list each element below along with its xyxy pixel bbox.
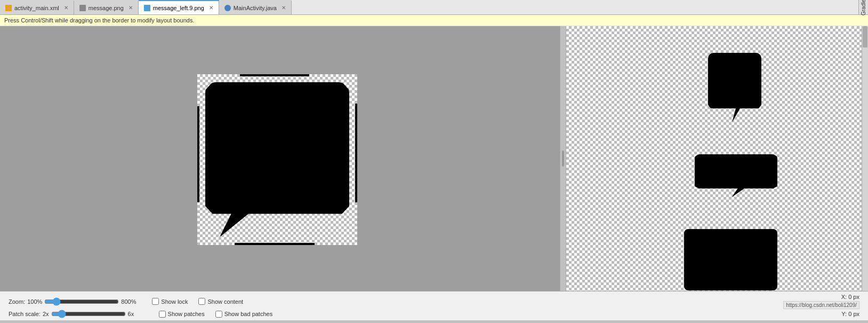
scrollbar-thumb — [863, 26, 867, 48]
tab-message-left-9-png[interactable]: message_left.9.png ✕ — [139, 0, 219, 14]
tab-mainactivity-java[interactable]: MainActivity.java ✕ — [219, 0, 292, 14]
info-bar: Press Control/Shift while dragging on th… — [0, 15, 868, 26]
patch-line-right — [355, 104, 357, 202]
patch-line-top — [240, 74, 309, 76]
show-patches-checkbox-item[interactable]: Show patches — [159, 311, 205, 318]
show-content-checkbox[interactable] — [198, 298, 205, 305]
tab-close-xml[interactable]: ✕ — [64, 5, 68, 11]
toolbar-row-1: Zoom: 100% 800% Show lock Show content X… — [4, 294, 864, 309]
show-lock-checkbox-item[interactable]: Show lock — [152, 298, 188, 305]
patch-scale-max-label: 6x — [128, 311, 144, 317]
tab-activity-main-xml[interactable]: activity_main.xml ✕ — [0, 0, 74, 14]
bottom-toolbar: Zoom: 100% 800% Show lock Show content X… — [0, 291, 868, 320]
show-lock-label: Show lock — [161, 298, 188, 305]
patch-scale-slider-container — [51, 310, 126, 318]
show-content-checkbox-item[interactable]: Show content — [198, 298, 243, 305]
tab-label: activity_main.xml — [14, 5, 59, 11]
info-message: Press Control/Shift while dragging on th… — [4, 17, 194, 23]
ninepatch-wrapper — [197, 74, 357, 245]
zoom-section: Zoom: 100% 800% — [4, 297, 141, 306]
zoom-slider-container — [44, 298, 119, 305]
show-patches-label: Show patches — [168, 311, 205, 317]
y-coordinate: Y: 0 px — [841, 311, 859, 317]
patch-scale-value: 2x — [43, 311, 49, 317]
tab-close-java[interactable]: ✕ — [282, 5, 286, 11]
url-bar: https://blog.csdn.net/boli1209/ — [783, 301, 859, 309]
toolbar-right-section: X: 0 px https://blog.csdn.net/boli1209/ — [783, 294, 864, 309]
main-content — [0, 26, 868, 291]
show-patches-checkbox[interactable] — [159, 311, 166, 318]
zoom-slider[interactable] — [44, 298, 119, 305]
show-content-label: Show content — [207, 298, 243, 305]
tab-close-nine-png[interactable]: ✕ — [209, 5, 213, 11]
preview-shape-large — [684, 229, 777, 290]
ninepatch-image-container — [197, 74, 357, 245]
tab-message-png[interactable]: message.png ✕ — [74, 0, 139, 14]
right-preview-panel[interactable] — [566, 26, 868, 291]
toolbar-right-y: Y: 0 px — [841, 311, 864, 317]
patch-scale-section: Patch scale: 2x 6x — [4, 309, 148, 319]
tab-close-png[interactable]: ✕ — [128, 5, 133, 11]
zoom-max-label: 800% — [121, 298, 137, 305]
nine-patch-icon — [144, 5, 150, 11]
show-bad-patches-checkbox-item[interactable]: Show bad patches — [215, 311, 273, 318]
show-lock-checkbox[interactable] — [152, 298, 159, 305]
tab-label: message_left.9.png — [153, 5, 204, 11]
patch-scale-slider[interactable] — [51, 310, 126, 318]
png-icon — [79, 5, 86, 11]
show-bad-patches-label: Show bad patches — [224, 311, 273, 317]
tab-label: message.png — [89, 5, 124, 11]
java-icon — [224, 5, 231, 11]
tab-bar: activity_main.xml ✕ message.png ✕ messag… — [0, 0, 868, 15]
xml-icon — [5, 5, 12, 11]
show-bad-patches-checkbox[interactable] — [215, 311, 222, 318]
right-scrollbar[interactable] — [862, 26, 868, 291]
panel-divider[interactable] — [560, 26, 566, 291]
speech-bubble-shape — [205, 82, 349, 237]
gradle-label: Gradle — [861, 0, 866, 15]
zoom-label: Zoom: — [9, 298, 25, 305]
tab-label: MainActivity.java — [234, 5, 277, 11]
x-coordinate: X: 0 px — [841, 294, 859, 300]
left-editor-panel[interactable] — [0, 26, 560, 291]
toolbar-row-2: Patch scale: 2x 6x Show patches Show bad… — [4, 309, 864, 319]
patch-line-left — [197, 106, 199, 202]
divider-handle — [562, 151, 564, 167]
patch-line-bottom — [235, 243, 315, 245]
patch-scale-label: Patch scale: — [9, 311, 41, 317]
gradle-panel[interactable]: Gradle — [858, 0, 868, 14]
zoom-value: 100% — [27, 298, 42, 305]
